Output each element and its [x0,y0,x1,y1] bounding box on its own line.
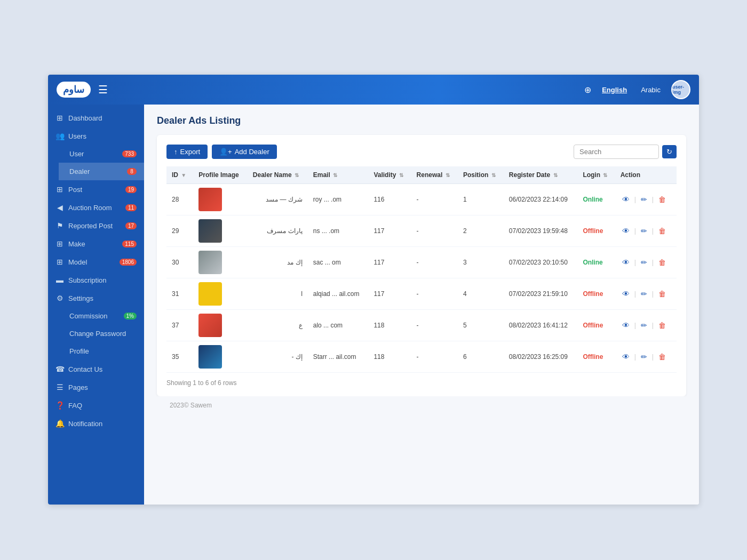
sidebar-label-faq: FAQ [68,402,82,410]
copyright: 2023© Sawem [170,402,212,409]
cell-login: Online [577,247,615,278]
sidebar-label-model: Model [68,258,87,266]
cell-register-date: 06/02/2023 22:14:09 [504,184,578,215]
sidebar-item-pages[interactable]: ☰ Pages [48,378,144,396]
sidebar-item-faq[interactable]: ❓ FAQ [48,396,144,414]
sidebar-item-settings[interactable]: ⚙ Settings [48,289,144,307]
col-profile-image: Profile Image [193,166,248,184]
sidebar-label-settings: Settings [68,294,93,302]
user-avatar[interactable]: user-img [671,80,690,99]
sidebar-item-subscription[interactable]: ▬ Subscription [48,271,144,289]
sidebar-item-model[interactable]: ⊞ Model 1806 [48,253,144,271]
cell-login: Offline [577,341,615,373]
cell-email: sac ... om [308,247,369,278]
delete-button[interactable]: 🗑 [657,257,667,268]
sidebar-label-contact: Contact Us [68,365,102,373]
cell-position: 5 [458,310,504,341]
search-input[interactable] [574,145,659,159]
cell-profile-image [193,215,248,247]
cell-email: alqiad ... ail.com [308,278,369,310]
cell-register-date: 08/02/2023 16:25:09 [504,341,578,373]
view-button[interactable]: 👁 [621,226,631,236]
header-left: ساوم ☰ [57,82,108,98]
delete-button[interactable]: 🗑 [657,351,667,362]
cell-dealer-name: پاراث مسرف [248,215,308,247]
col-validity: Validity ⇅ [368,166,411,184]
sidebar-item-make[interactable]: ⊞ Make 115 [48,235,144,253]
cell-id: 37 [166,310,193,341]
sidebar-item-commission[interactable]: Commission 1% [59,307,144,325]
cell-renewal: - [411,278,458,310]
col-register-date: Register Date ⇅ [504,166,578,184]
pages-icon: ☰ [55,383,64,391]
delete-button[interactable]: 🗑 [657,320,667,331]
sidebar-label-subscription: Subscription [68,276,107,284]
action-divider-2: | [652,353,654,361]
sidebar-label-reported: Reported Post [68,222,113,230]
sidebar-item-auction-room[interactable]: ◀ Auction Room 11 [48,198,144,217]
cell-profile-image [193,278,248,310]
view-button[interactable]: 👁 [621,257,631,268]
subscription-icon: ▬ [55,276,64,284]
sidebar-label-make: Make [68,240,85,248]
edit-button[interactable]: ✏ [639,226,649,236]
cell-position: 4 [458,278,504,310]
edit-button[interactable]: ✏ [639,194,649,205]
cell-action: 👁 | ✏ | 🗑 [615,310,677,341]
lang-arabic-button[interactable]: Arabic [638,85,664,95]
col-id: ID ▼ [166,166,193,184]
cell-login: Offline [577,215,615,247]
delete-button[interactable]: 🗑 [657,226,667,236]
toolbar: ↑ Export 👤+ Add Dealer ↻ [166,145,677,159]
header-right: ⊕ English Arabic user-img [584,80,690,99]
sidebar-item-change-password[interactable]: Change Password [59,325,144,342]
sidebar-label-dealer: Dealer [69,167,90,175]
cell-validity: 118 [368,310,411,341]
cell-profile-image [193,341,248,373]
sidebar-item-dealer[interactable]: Dealer 8 [59,163,144,180]
sidebar-item-users[interactable]: 👥 Users [48,127,144,145]
cell-register-date: 07/02/2023 20:10:50 [504,247,578,278]
table-row: 31 ا alqiad ... ail.com 117 - 4 07/02/20… [166,278,677,310]
delete-button[interactable]: 🗑 [657,289,667,299]
edit-button[interactable]: ✏ [639,320,649,331]
action-divider-1: | [634,290,636,298]
sidebar-item-profile[interactable]: Profile [59,342,144,360]
hamburger-icon[interactable]: ☰ [98,83,108,96]
commission-badge: 1% [124,313,137,319]
view-button[interactable]: 👁 [621,351,631,362]
action-divider-1: | [634,196,636,203]
table-header-row: ID ▼ Profile Image Dealer Name ⇅ Email ⇅… [166,166,677,184]
sidebar-item-notification[interactable]: 🔔 Notification [48,414,144,433]
view-button[interactable]: 👁 [621,289,631,299]
edit-button[interactable]: ✏ [639,351,649,362]
sidebar-item-post[interactable]: ⊞ Post 19 [48,180,144,198]
sidebar-item-reported-post[interactable]: ⚑ Reported Post 17 [48,217,144,235]
delete-button[interactable]: 🗑 [657,194,667,205]
sidebar-item-contact-us[interactable]: ☎ Contact Us [48,360,144,378]
contact-icon: ☎ [55,365,64,373]
lang-english-button[interactable]: English [599,85,630,95]
cell-id: 30 [166,247,193,278]
footer-bar: 2023© Sawem [157,396,686,414]
cell-email: alo ... com [308,310,369,341]
cell-position: 1 [458,184,504,215]
view-button[interactable]: 👁 [621,194,631,205]
search-button[interactable]: ↻ [662,145,677,158]
sidebar-label-user: User [69,150,84,158]
add-dealer-button[interactable]: 👤+ Add Dealer [212,145,277,159]
sidebar-label-pages: Pages [68,383,88,391]
cell-profile-image [193,184,248,215]
user-badge: 733 [122,150,137,157]
edit-button[interactable]: ✏ [639,257,649,268]
cell-renewal: - [411,215,458,247]
table-row: 30 إك مد sac ... om 117 - 3 07/02/2023 2… [166,247,677,278]
export-button[interactable]: ↑ Export [166,145,208,159]
edit-button[interactable]: ✏ [639,289,649,299]
sidebar-item-dashboard[interactable]: ⊞ Dashboard [48,109,144,127]
table-row: 37 ع alo ... com 118 - 5 08/02/2023 16:4… [166,310,677,341]
cell-login: Offline [577,278,615,310]
view-button[interactable]: 👁 [621,320,631,331]
sidebar-item-user[interactable]: User 733 [59,145,144,163]
auction-badge: 11 [125,204,137,211]
